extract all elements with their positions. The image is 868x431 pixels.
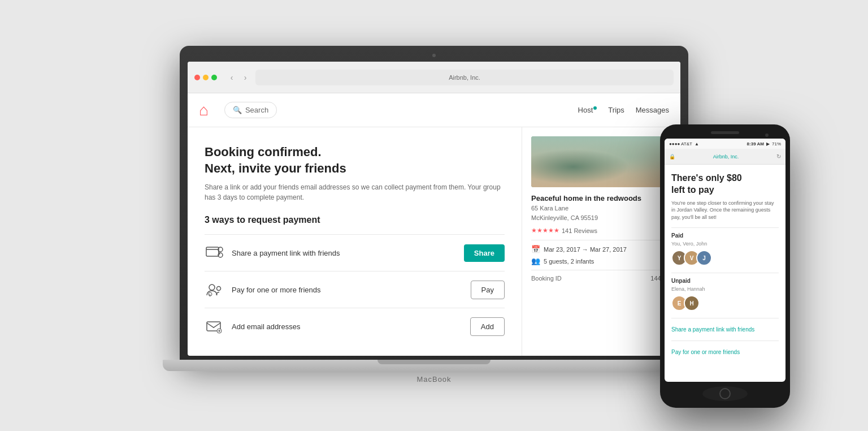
laptop-screen: ‹ › Airbnb, Inc. ⌂ 🔍 Search Host (188, 62, 680, 356)
nav-arrows: ‹ › (226, 72, 251, 83)
email-icon (205, 316, 225, 337)
property-name: Peaceful home in the redwoods (531, 194, 671, 202)
laptop: ‹ › Airbnb, Inc. ⌂ 🔍 Search Host (180, 46, 688, 385)
property-image-bg (531, 136, 671, 187)
booking-id-row: Booking ID 144525 (531, 275, 671, 282)
phone-url-text: Airbnb, Inc. (679, 154, 773, 160)
scene: ‹ › Airbnb, Inc. ⌂ 🔍 Search Host (95, 12, 773, 419)
pay-button[interactable]: Pay (471, 281, 505, 299)
phone-divider-2 (671, 273, 779, 273)
host-notification-dot (593, 106, 597, 110)
svg-point-5 (209, 285, 215, 290)
battery-pct: 71% (772, 141, 781, 146)
phone-divider-4 (671, 341, 779, 341)
phone-speaker (711, 131, 739, 134)
share-link-icon (205, 243, 225, 263)
search-bar[interactable]: 🔍 Search (224, 102, 277, 118)
email-text: Add email addresses (232, 322, 463, 331)
phone-main-title: There's only $80left to pay (671, 173, 779, 196)
add-button[interactable]: Add (470, 317, 505, 336)
property-image (531, 136, 671, 187)
payment-option-email: Add email addresses Add (205, 308, 505, 344)
avatar-john: J (696, 250, 712, 266)
search-label: Search (245, 106, 268, 114)
laptop-body: ‹ › Airbnb, Inc. ⌂ 🔍 Search Host (180, 46, 688, 360)
phone: ●●●● AT&T ▲ 8:39 AM ▶ 71% 🔒 Airbnb, Inc.… (660, 124, 790, 408)
payment-option-share: Share a payment link with friends Share (205, 234, 505, 271)
front-camera-icon (765, 133, 769, 137)
guests-text: 5 guests, 2 infants (544, 258, 594, 265)
guests-row: 👥 5 guests, 2 infants (531, 257, 671, 265)
svg-text:$: $ (209, 294, 211, 297)
guests-icon: 👥 (531, 257, 540, 265)
browser-content: Booking confirmed. Next, invite your fri… (188, 127, 680, 356)
phone-body: ●●●● AT&T ▲ 8:39 AM ▶ 71% 🔒 Airbnb, Inc.… (660, 124, 790, 408)
payment-option-pay: $ Pay for one or more friends Pay (205, 271, 505, 308)
back-button[interactable]: ‹ (226, 72, 237, 83)
phone-screen: ●●●● AT&T ▲ 8:39 AM ▶ 71% 🔒 Airbnb, Inc.… (665, 139, 785, 382)
share-button[interactable]: Share (464, 244, 505, 262)
reviews-count: 141 Reviews (562, 227, 597, 234)
svg-point-6 (217, 287, 221, 291)
divider-1 (531, 240, 671, 240)
calendar-icon: 📅 (531, 245, 540, 253)
unpaid-avatars: E H (671, 295, 779, 311)
stars-display: ★★★★★ (531, 227, 559, 234)
nav-trips[interactable]: Trips (608, 106, 624, 114)
booking-subtitle: Share a link or add your friends email a… (205, 182, 505, 202)
phone-pay-link[interactable]: Pay for one or more friends (671, 346, 779, 359)
paid-title: Paid (671, 232, 779, 239)
avatar-hannah: H (684, 295, 700, 311)
maximize-button[interactable] (211, 75, 217, 80)
nav-links: Host Trips Messages (578, 106, 669, 114)
browser-chrome: ‹ › Airbnb, Inc. (188, 62, 680, 93)
divider-2 (531, 270, 671, 270)
address-bar[interactable]: Airbnb, Inc. (255, 70, 674, 85)
battery-icon: ▶ (766, 141, 770, 146)
wifi-icon: ▲ (695, 141, 699, 146)
right-panel: Peaceful home in the redwoods 65 Kara La… (522, 127, 680, 356)
phone-divider-1 (671, 227, 779, 228)
phone-content: There's only $80left to pay You're one s… (665, 165, 785, 367)
nav-messages[interactable]: Messages (636, 106, 669, 114)
phone-home-button[interactable] (702, 386, 748, 401)
paid-avatars: Y V J (671, 250, 779, 266)
paid-people: You, Vero, John (671, 241, 779, 247)
time-display: 8:39 AM (747, 141, 764, 146)
svg-rect-0 (206, 247, 219, 256)
nav-host[interactable]: Host (578, 106, 597, 114)
share-link-text: Share a payment link with friends (232, 249, 457, 257)
laptop-base: MacBook (163, 360, 705, 371)
pay-friends-text: Pay for one or more friends (232, 286, 464, 294)
airbnb-logo: ⌂ (199, 101, 209, 119)
booking-id-label: Booking ID (531, 275, 562, 282)
phone-share-link[interactable]: Share a payment link with friends (671, 323, 779, 336)
unpaid-title: Unpaid (671, 278, 779, 284)
ways-title: 3 ways to request payment (205, 215, 505, 225)
reload-icon[interactable]: ↻ (776, 153, 781, 160)
close-button[interactable] (194, 75, 200, 80)
pay-friends-icon: $ (205, 279, 225, 300)
phone-home-circle (719, 388, 731, 399)
lock-icon: 🔒 (669, 154, 675, 160)
minimize-button[interactable] (203, 75, 209, 80)
phone-subtitle: You're one step closer to confirming you… (671, 200, 779, 221)
phone-status-bar: ●●●● AT&T ▲ 8:39 AM ▶ 71% (665, 139, 785, 149)
dates-text: Mar 23, 2017 → Mar 27, 2017 (544, 246, 627, 253)
star-rating: ★★★★★ 141 Reviews (531, 227, 671, 234)
left-panel: Booking confirmed. Next, invite your fri… (188, 127, 522, 356)
airbnb-navbar: ⌂ 🔍 Search Host Trips Messages (188, 93, 680, 127)
laptop-base-notch (377, 360, 491, 364)
property-address: 65 Kara Lane McKinleyville, CA 95519 (531, 204, 671, 222)
laptop-camera (432, 54, 436, 57)
address-text: Airbnb, Inc. (449, 74, 480, 81)
booking-title: Booking confirmed. Next, invite your fri… (205, 144, 505, 176)
carrier-text: ●●●● AT&T (669, 141, 692, 146)
laptop-brand-label: MacBook (416, 375, 451, 383)
forward-button[interactable]: › (240, 72, 251, 83)
search-icon: 🔍 (233, 106, 242, 114)
unpaid-people: Elena, Hannah (671, 286, 779, 292)
traffic-lights (194, 75, 217, 80)
phone-divider-3 (671, 318, 779, 318)
dates-row: 📅 Mar 23, 2017 → Mar 27, 2017 (531, 245, 671, 253)
